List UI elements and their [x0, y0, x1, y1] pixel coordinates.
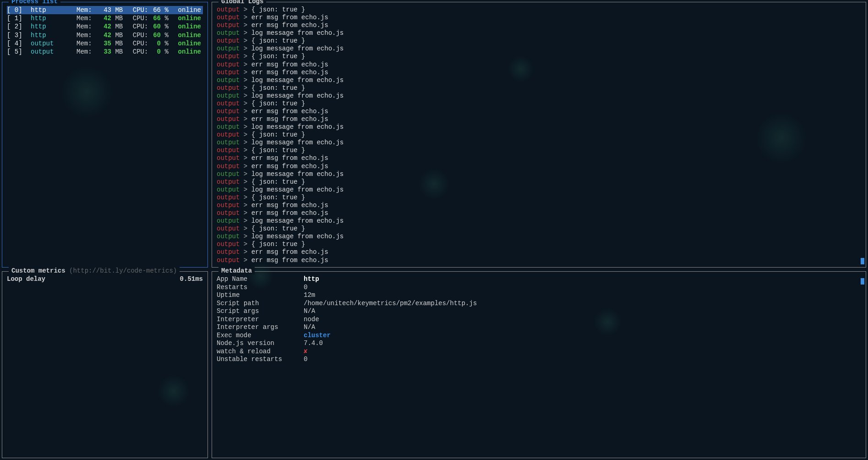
log-source: output	[217, 178, 240, 186]
cpu-value: 60	[148, 31, 161, 39]
log-message: { json: true }	[251, 178, 306, 186]
log-separator: >	[240, 163, 251, 170]
log-message: err msg from echo.js	[251, 61, 328, 68]
log-source: output	[217, 186, 240, 193]
log-separator: >	[240, 233, 251, 240]
metric-label: Loop delay	[7, 275, 45, 283]
log-separator: >	[240, 257, 251, 264]
process-list-panel[interactable]: Process list [ 0]httpMem:43 MB CPU:66 %o…	[2, 2, 208, 268]
metric-row: Loop delay 0.51ms	[7, 275, 203, 283]
process-row[interactable]: [ 4]outputMem:35 MB CPU:0 %online	[7, 39, 203, 48]
log-source: output	[217, 123, 240, 131]
log-line: output > log message from echo.js	[217, 217, 861, 225]
log-line: output > { json: true }	[217, 37, 861, 45]
cpu-unit: %	[161, 48, 170, 56]
cpu-value: 0	[148, 39, 161, 48]
metadata-value: /home/unitech/keymetrics/pm2/examples/ht…	[304, 300, 477, 308]
mem-unit: MB	[111, 31, 125, 39]
global-logs-panel[interactable]: Global Logs output > { json: true }outpu…	[212, 2, 866, 268]
log-source: output	[217, 69, 240, 76]
log-line: output > { json: true }	[217, 100, 861, 108]
log-separator: >	[240, 170, 251, 178]
cpu-label: CPU:	[125, 22, 148, 31]
process-status: online	[170, 31, 203, 39]
metadata-value: 12m	[304, 291, 315, 300]
metadata-row: Interpreternode	[217, 316, 861, 324]
metadata-panel[interactable]: Metadata App NamehttpRestarts0Uptime12mS…	[212, 271, 866, 458]
log-message: err msg from echo.js	[251, 202, 328, 209]
log-source: output	[217, 45, 240, 52]
log-line: output > err msg from echo.js	[217, 115, 861, 123]
log-source: output	[217, 194, 240, 201]
log-source: output	[217, 29, 240, 37]
process-status: online	[170, 48, 203, 56]
log-separator: >	[240, 115, 251, 123]
process-row[interactable]: [ 2]httpMem:42 MB CPU:60 %online	[7, 22, 203, 31]
metadata-row: Script argsN/A	[217, 307, 861, 316]
log-separator: >	[240, 6, 251, 13]
log-line: output > log message from echo.js	[217, 233, 861, 241]
metadata-key: Interpreter	[217, 316, 304, 324]
mem-label: Mem:	[76, 39, 95, 48]
log-line: output > err msg from echo.js	[217, 69, 861, 77]
metadata-key: Script args	[217, 307, 304, 316]
metadata-row: Node.js version7.4.0	[217, 340, 861, 348]
log-message: { json: true }	[251, 100, 306, 107]
log-line: output > { json: true }	[217, 84, 861, 92]
process-status: online	[170, 22, 203, 31]
metadata-value: 7.4.0	[304, 340, 323, 348]
process-list-body: [ 0]httpMem:43 MB CPU:66 %online[ 1]http…	[7, 6, 203, 56]
log-line: output > log message from echo.js	[217, 92, 861, 100]
metadata-row: Unstable restarts0	[217, 356, 861, 364]
metadata-value: node	[304, 316, 319, 324]
log-separator: >	[240, 14, 251, 21]
log-source: output	[217, 154, 240, 162]
process-name: output	[31, 39, 76, 48]
metadata-key: Unstable restarts	[217, 356, 304, 364]
metadata-title: Metadata	[218, 267, 255, 274]
cpu-unit: %	[161, 31, 170, 39]
process-row[interactable]: [ 3]httpMem:42 MB CPU:60 %online	[7, 31, 203, 39]
process-row[interactable]: [ 5]outputMem:33 MB CPU:0 %online	[7, 48, 203, 56]
log-source: output	[217, 14, 240, 21]
log-separator: >	[240, 84, 251, 92]
log-source: output	[217, 108, 240, 115]
custom-metrics-title-text: Custom metrics	[11, 267, 66, 274]
log-source: output	[217, 217, 240, 225]
process-name: http	[31, 31, 76, 39]
metadata-key: Script path	[217, 300, 304, 308]
process-index: [ 2]	[7, 22, 31, 31]
cpu-unit: %	[161, 6, 170, 14]
cpu-value: 0	[148, 48, 161, 56]
cpu-label: CPU:	[125, 31, 148, 39]
log-source: output	[217, 22, 240, 29]
log-source: output	[217, 248, 240, 256]
log-source: output	[217, 100, 240, 107]
process-status: online	[170, 39, 203, 48]
log-line: output > log message from echo.js	[217, 170, 861, 178]
metadata-value: 0	[304, 284, 307, 292]
metadata-key: Uptime	[217, 291, 304, 300]
log-message: log message from echo.js	[251, 77, 344, 84]
log-line: output > err msg from echo.js	[217, 61, 861, 69]
process-status: online	[170, 14, 203, 22]
log-separator: >	[240, 53, 251, 60]
process-row[interactable]: [ 1]httpMem:42 MB CPU:66 %online	[7, 14, 203, 22]
process-list-title: Process list	[9, 0, 60, 5]
log-separator: >	[240, 202, 251, 209]
log-line: output > err msg from echo.js	[217, 108, 861, 115]
log-line: output > err msg from echo.js	[217, 209, 861, 217]
process-name: http	[31, 14, 76, 22]
mem-value: 43	[95, 6, 111, 14]
metadata-row: Interpreter argsN/A	[217, 323, 861, 332]
custom-metrics-panel[interactable]: Custom metrics (http://bit.ly/code-metri…	[2, 271, 208, 458]
process-index: [ 4]	[7, 39, 31, 48]
log-separator: >	[240, 37, 251, 44]
metadata-value: 0	[304, 356, 307, 364]
mem-value: 42	[95, 22, 111, 31]
log-message: err msg from echo.js	[251, 69, 328, 76]
log-separator: >	[240, 22, 251, 29]
process-index: [ 1]	[7, 14, 31, 22]
process-row[interactable]: [ 0]httpMem:43 MB CPU:66 %online	[7, 6, 203, 14]
log-message: { json: true }	[251, 147, 306, 154]
